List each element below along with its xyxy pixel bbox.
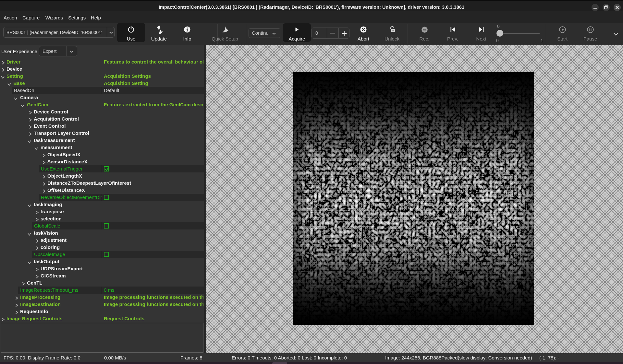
svg-text:REC: REC: [423, 29, 426, 31]
